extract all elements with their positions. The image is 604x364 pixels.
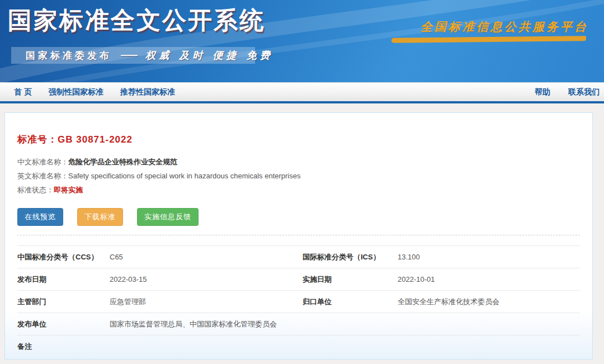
implementation-feedback-button[interactable]: 实施信息反馈	[137, 208, 199, 226]
main-navbar: 首 页 强制性国家标准 推荐性国家标准 帮助 联系我们	[0, 82, 604, 101]
committee-value: 全国安全生产标准化技术委员会	[398, 297, 580, 307]
nav-item-recommended-standards[interactable]: 推荐性国家标准	[120, 87, 175, 97]
committee-label: 归口单位	[303, 297, 398, 307]
standard-detail-card: 标准号：GB 30871-2022 中文标准名称：危险化学品企业特殊作业安全规范…	[4, 112, 593, 360]
standard-number-value: GB 30871-2022	[58, 134, 133, 145]
implement-date-value: 2022-10-01	[398, 275, 580, 283]
ics-label: 国际标准分类号（ICS）	[303, 252, 398, 262]
status-line: 标准状态：即将实施	[17, 183, 580, 197]
table-row: 发布单位 国家市场监督管理总局、中国国家标准化管理委员会	[17, 313, 580, 335]
nav-item-mandatory-standards[interactable]: 强制性国家标准	[49, 87, 103, 97]
implement-date-label: 实施日期	[303, 275, 398, 285]
status-badge: 即将实施	[54, 186, 83, 194]
en-name-value: Safety specifications of special work in…	[68, 172, 300, 180]
en-name-line: 英文标准名称：Safety specifications of special …	[17, 169, 580, 183]
ics-value: 13.100	[398, 253, 580, 261]
dashed-divider	[17, 235, 580, 235]
online-preview-button[interactable]: 在线预览	[17, 208, 63, 226]
site-banner: 国家标准全文公开系统 全国标准信息公共服务平台 国家标准委发布 —— 权威 及时…	[0, 0, 604, 82]
en-name-label: 英文标准名称：	[17, 172, 68, 180]
issuer-label: 发布单位	[17, 319, 110, 329]
nav-right-group: 帮助 联系我们	[535, 87, 604, 97]
authority-value: 应急管理部	[110, 297, 303, 307]
publisher-text: 国家标准委发布	[26, 49, 112, 62]
standard-fields: 中文标准名称：危险化学品企业特殊作业安全规范 英文标准名称：Safety spe…	[17, 155, 580, 197]
nav-underline-bar	[0, 101, 604, 103]
publish-date-label: 发布日期	[17, 275, 110, 285]
publisher-band: 国家标准委发布 —— 权威 及时 便捷 免费	[11, 47, 255, 64]
table-row: 备注	[17, 335, 580, 357]
remarks-label: 备注	[17, 342, 110, 352]
table-row: 发布日期 2022-03-15 实施日期 2022-10-01	[17, 268, 580, 290]
publisher-dash: ——	[121, 50, 136, 60]
cn-name-label: 中文标准名称：	[17, 158, 68, 166]
publish-date-value: 2022-03-15	[110, 275, 303, 283]
details-table: 中国标准分类号（CCS） C65 国际标准分类号（ICS） 13.100 发布日…	[17, 245, 580, 357]
ccs-label: 中国标准分类号（CCS）	[17, 252, 110, 262]
standard-number-heading: 标准号：GB 30871-2022	[17, 133, 580, 146]
action-buttons: 在线预览 下载标准 实施信息反馈	[17, 208, 580, 226]
status-label: 标准状态：	[17, 186, 54, 194]
issuer-value: 国家市场监督管理总局、中国国家标准化管理委员会	[110, 319, 580, 329]
table-row: 主管部门 应急管理部 归口单位 全国安全生产标准化技术委员会	[17, 290, 580, 313]
page-title: 国家标准全文公开系统	[8, 4, 265, 37]
nav-item-help[interactable]: 帮助	[535, 87, 550, 97]
nav-item-contact[interactable]: 联系我们	[568, 87, 600, 97]
cn-name-line: 中文标准名称：危险化学品企业特殊作业安全规范	[17, 155, 580, 169]
nav-item-home[interactable]: 首 页	[14, 87, 32, 97]
motto-text: 权威 及时 便捷 免费	[145, 49, 273, 62]
table-row: 中国标准分类号（CCS） C65 国际标准分类号（ICS） 13.100	[17, 245, 580, 268]
platform-slogan: 全国标准信息公共服务平台	[421, 19, 588, 35]
standard-number-label: 标准号：	[17, 134, 58, 145]
nav-left-group: 首 页 强制性国家标准 推荐性国家标准	[0, 87, 175, 97]
download-standard-button[interactable]: 下载标准	[77, 208, 123, 226]
cn-name-value: 危险化学品企业特殊作业安全规范	[68, 158, 177, 166]
authority-label: 主管部门	[17, 297, 110, 307]
ccs-value: C65	[110, 253, 303, 261]
